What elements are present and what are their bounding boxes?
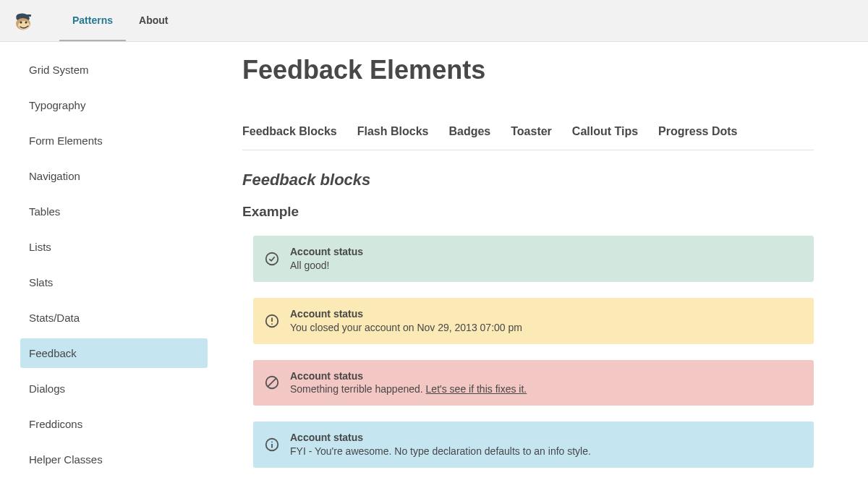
feedback-block-info: Account status FYI - You're awesome. No …	[253, 421, 814, 468]
page-title: Feedback Elements	[242, 55, 814, 85]
subtab-callout-tips[interactable]: Callout Tips	[572, 125, 638, 138]
sidebar-item-form-elements[interactable]: Form Elements	[20, 126, 208, 155]
subtab-toaster[interactable]: Toaster	[511, 125, 552, 138]
feedback-body: All good!	[290, 259, 363, 273]
feedback-error-link[interactable]: Let's see if this fixes it.	[426, 383, 527, 395]
nav-tabs: Patterns About	[59, 0, 181, 41]
sidebar: Grid System Typography Form Elements Nav…	[0, 42, 213, 488]
prohibit-icon	[264, 374, 280, 390]
feedback-body: Something terrible happened. Let's see i…	[290, 382, 527, 396]
sidebar-item-slats[interactable]: Slats	[20, 267, 208, 297]
nav-tab-patterns[interactable]: Patterns	[59, 0, 126, 41]
sidebar-item-feedback[interactable]: Feedback	[20, 338, 208, 368]
feedback-title: Account status	[290, 307, 522, 321]
subsection-title-example: Example	[242, 204, 814, 220]
svg-line-10	[268, 378, 276, 387]
sidebar-item-stats-data[interactable]: Stats/Data	[20, 303, 208, 333]
feedback-title: Account status	[290, 369, 527, 383]
feedback-block-warning: Account status You closed your account o…	[253, 298, 814, 344]
svg-rect-2	[27, 14, 31, 17]
feedback-block-success: Account status All good!	[253, 236, 814, 282]
subtab-badges[interactable]: Badges	[448, 125, 490, 138]
feedback-block-error: Account status Something terrible happen…	[253, 360, 814, 406]
feedback-title: Account status	[290, 431, 591, 445]
sidebar-item-navigation[interactable]: Navigation	[20, 161, 208, 191]
sidebar-item-typography[interactable]: Typography	[20, 90, 208, 120]
feedback-title: Account status	[290, 245, 363, 259]
sidebar-item-freddicons[interactable]: Freddicons	[20, 409, 208, 439]
alert-circle-icon	[264, 313, 280, 329]
nav-tab-about[interactable]: About	[126, 0, 181, 41]
sidebar-item-dialogs[interactable]: Dialogs	[20, 374, 208, 403]
svg-point-4	[25, 21, 27, 23]
main-content: Feedback Elements Feedback Blocks Flash …	[213, 42, 843, 488]
sidebar-item-tables[interactable]: Tables	[20, 197, 208, 226]
section-title: Feedback blocks	[242, 171, 814, 189]
header: Patterns About	[0, 0, 868, 42]
svg-point-12	[271, 442, 273, 443]
sidebar-item-grid-system[interactable]: Grid System	[20, 55, 208, 85]
svg-point-5	[266, 253, 278, 265]
sidebar-item-lists[interactable]: Lists	[20, 232, 208, 262]
svg-point-3	[20, 21, 22, 23]
feedback-body: FYI - You're awesome. No type declaratio…	[290, 445, 591, 458]
sidebar-item-helper-classes[interactable]: Helper Classes	[20, 445, 208, 474]
feedback-body: You closed your account on Nov 29, 2013 …	[290, 321, 522, 335]
subtab-progress-dots[interactable]: Progress Dots	[658, 125, 737, 138]
subtab-feedback-blocks[interactable]: Feedback Blocks	[242, 125, 337, 138]
subtab-flash-blocks[interactable]: Flash Blocks	[357, 125, 429, 138]
info-circle-icon	[264, 437, 280, 453]
logo-freddie[interactable]	[11, 9, 34, 33]
check-circle-icon	[264, 251, 280, 267]
svg-point-8	[271, 323, 273, 325]
subtabs: Feedback Blocks Flash Blocks Badges Toas…	[242, 125, 814, 150]
